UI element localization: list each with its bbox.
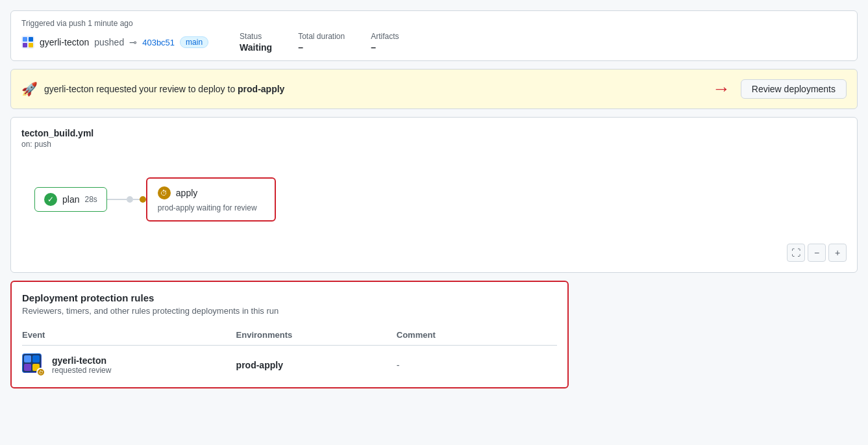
protection-title: Deployment protection rules	[22, 292, 557, 303]
review-actor: gyerli-tecton	[44, 84, 93, 94]
svg-rect-3	[23, 43, 27, 47]
zoom-controls: ⛶ − +	[787, 244, 847, 262]
duration-label: Total duration	[298, 32, 345, 41]
actor-action: pushed	[94, 37, 124, 47]
review-message: gyerli-tecton requested your review to d…	[44, 84, 284, 94]
apply-node-header: ⏱ apply	[158, 186, 264, 199]
meta-sections: Status Waiting Total duration – Artifact…	[240, 32, 399, 53]
svg-rect-7	[32, 355, 40, 362]
connector-line	[107, 199, 127, 200]
protection-table-body: ⏱ gyerli-tecton requested review prod-ap…	[22, 346, 557, 377]
user-cell: ⏱ gyerli-tecton requested review	[22, 353, 231, 377]
actor-name: gyerli-tecton	[40, 37, 89, 47]
trigger-bottom: gyerli-tecton pushed ⊸ 403bc51 main	[21, 36, 208, 49]
protection-rules-box: Deployment protection rules Reviewers, t…	[10, 281, 569, 388]
user-info: gyerli-tecton requested review	[52, 355, 111, 375]
table-row: ⏱ gyerli-tecton requested review prod-ap…	[22, 346, 557, 377]
col-environments: Environments	[236, 326, 397, 346]
review-message-prefix: requested your review to deploy to	[96, 84, 238, 94]
review-banner-content: 🚀 gyerli-tecton requested your review to…	[21, 81, 284, 97]
apply-job-label: apply	[176, 188, 197, 198]
apply-job-node[interactable]: ⏱ apply prod-apply waiting for review	[146, 177, 276, 222]
artifacts-section: Artifacts –	[371, 32, 399, 53]
commit-hash-link[interactable]: 403bc51	[142, 38, 175, 47]
rocket-icon: 🚀	[21, 81, 38, 97]
plan-job-node[interactable]: ✓ plan 28s	[34, 187, 107, 212]
user-info-action: requested review	[52, 366, 111, 375]
review-arrow-icon: →	[712, 79, 730, 99]
status-value: Waiting	[240, 42, 272, 53]
row-comment: -	[397, 360, 400, 370]
commit-arrow: ⊸	[129, 37, 137, 47]
svg-rect-8	[24, 364, 31, 371]
workflow-trigger: on: push	[21, 140, 847, 149]
col-event: Event	[22, 326, 236, 346]
connector-dot	[127, 196, 133, 203]
page-container: Triggered via push 1 minute ago gyerli-t…	[0, 0, 868, 399]
actor-icon	[21, 36, 34, 49]
review-btn-wrap: → Review deployments	[712, 79, 847, 99]
svg-rect-4	[29, 43, 33, 47]
workflow-filename: tecton_build.yml	[21, 128, 847, 138]
connector	[107, 196, 146, 203]
svg-rect-6	[24, 355, 31, 362]
trigger-bar: Triggered via push 1 minute ago gyerli-t…	[10, 10, 858, 61]
waiting-icon: ⏱	[158, 186, 171, 199]
review-banner: 🚀 gyerli-tecton requested your review to…	[10, 69, 858, 109]
protection-table: Event Environments Comment	[22, 326, 557, 377]
artifacts-value: –	[371, 42, 376, 53]
workflow-diagram: ✓ plan 28s ⏱ apply prod-apply waiting fo…	[21, 164, 847, 235]
plan-success-icon: ✓	[44, 193, 57, 206]
protection-description: Reviewers, timers, and other rules prote…	[22, 306, 557, 316]
protection-table-head: Event Environments Comment	[22, 326, 557, 346]
user-info-name: gyerli-tecton	[52, 355, 111, 366]
status-section: Status Waiting	[240, 32, 272, 53]
branch-badge[interactable]: main	[180, 36, 208, 48]
apply-node-subtitle: prod-apply waiting for review	[158, 203, 264, 212]
plan-job-label: plan	[62, 194, 79, 205]
review-environment: prod-apply	[238, 84, 284, 94]
duration-value: –	[298, 42, 303, 53]
connector-line-2	[133, 199, 140, 200]
col-comment: Comment	[397, 326, 557, 346]
svg-rect-1	[23, 37, 27, 42]
avatar: ⏱	[22, 353, 45, 377]
workflow-box: tecton_build.yml on: push ✓ plan 28s ⏱ a…	[10, 117, 858, 273]
trigger-label: Triggered via push 1 minute ago	[21, 19, 847, 28]
zoom-out-button[interactable]: −	[808, 244, 826, 262]
plan-duration: 28s	[84, 195, 97, 204]
zoom-in-button[interactable]: +	[828, 244, 847, 262]
fullscreen-button[interactable]: ⛶	[787, 244, 805, 262]
avatar-badge-icon: ⏱	[36, 368, 45, 377]
duration-section: Total duration –	[298, 32, 345, 53]
artifacts-label: Artifacts	[371, 32, 399, 41]
svg-rect-2	[29, 37, 33, 42]
row-environment: prod-apply	[236, 360, 283, 370]
review-deployments-button[interactable]: Review deployments	[741, 79, 847, 99]
status-label: Status	[240, 32, 272, 41]
connector-dot-2	[140, 196, 146, 203]
